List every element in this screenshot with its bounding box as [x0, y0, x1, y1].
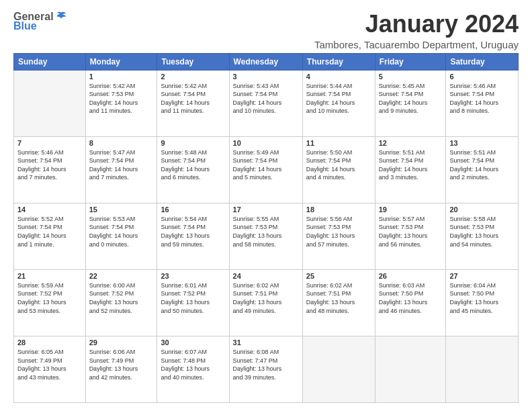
day-number: 1	[89, 73, 154, 81]
day-cell: 19Sunrise: 5:57 AM Sunset: 7:53 PM Dayli…	[375, 203, 446, 269]
day-number: 31	[233, 338, 299, 347]
day-info: Sunrise: 5:58 AM Sunset: 7:53 PM Dayligh…	[449, 215, 515, 248]
day-cell: 30Sunrise: 6:07 AM Sunset: 7:48 PM Dayli…	[157, 336, 229, 402]
day-cell: 31Sunrise: 6:08 AM Sunset: 7:47 PM Dayli…	[229, 336, 302, 402]
day-info: Sunrise: 5:51 AM Sunset: 7:54 PM Dayligh…	[379, 148, 443, 182]
header-cell-friday: Friday	[375, 53, 446, 70]
day-cell: 25Sunrise: 6:02 AM Sunset: 7:51 PM Dayli…	[302, 269, 375, 336]
day-cell: 11Sunrise: 5:50 AM Sunset: 7:54 PM Dayli…	[302, 136, 375, 203]
day-cell	[14, 70, 86, 136]
day-cell: 18Sunrise: 5:56 AM Sunset: 7:53 PM Dayli…	[302, 203, 375, 269]
day-info: Sunrise: 5:52 AM Sunset: 7:54 PM Dayligh…	[17, 215, 82, 248]
day-number: 22	[89, 272, 154, 280]
day-number: 28	[17, 338, 82, 347]
week-row-4: 28Sunrise: 6:05 AM Sunset: 7:49 PM Dayli…	[14, 336, 519, 402]
day-cell: 8Sunrise: 5:47 AM Sunset: 7:54 PM Daylig…	[85, 136, 157, 203]
day-info: Sunrise: 6:01 AM Sunset: 7:52 PM Dayligh…	[161, 281, 225, 315]
day-info: Sunrise: 5:57 AM Sunset: 7:53 PM Dayligh…	[379, 215, 443, 248]
header-cell-thursday: Thursday	[302, 53, 375, 70]
day-info: Sunrise: 5:46 AM Sunset: 7:54 PM Dayligh…	[449, 82, 515, 116]
day-cell: 27Sunrise: 6:04 AM Sunset: 7:50 PM Dayli…	[446, 269, 519, 336]
day-cell	[446, 336, 519, 402]
week-row-1: 7Sunrise: 5:46 AM Sunset: 7:54 PM Daylig…	[14, 136, 519, 203]
week-row-3: 21Sunrise: 5:59 AM Sunset: 7:52 PM Dayli…	[14, 269, 519, 336]
day-number: 26	[379, 272, 443, 280]
day-cell: 23Sunrise: 6:01 AM Sunset: 7:52 PM Dayli…	[157, 269, 229, 336]
day-info: Sunrise: 6:08 AM Sunset: 7:47 PM Dayligh…	[233, 348, 299, 381]
day-number: 24	[233, 272, 299, 280]
week-row-0: 1Sunrise: 5:42 AM Sunset: 7:53 PM Daylig…	[14, 70, 519, 136]
day-info: Sunrise: 6:03 AM Sunset: 7:50 PM Dayligh…	[379, 281, 443, 315]
day-info: Sunrise: 5:56 AM Sunset: 7:53 PM Dayligh…	[306, 215, 371, 248]
day-cell: 17Sunrise: 5:55 AM Sunset: 7:53 PM Dayli…	[229, 203, 302, 269]
logo-blue-text: Blue	[13, 20, 37, 32]
day-info: Sunrise: 5:42 AM Sunset: 7:54 PM Dayligh…	[161, 82, 225, 116]
day-cell: 22Sunrise: 6:00 AM Sunset: 7:52 PM Dayli…	[85, 269, 157, 336]
header-cell-monday: Monday	[85, 53, 157, 70]
day-number: 15	[89, 205, 154, 214]
day-info: Sunrise: 6:02 AM Sunset: 7:51 PM Dayligh…	[306, 281, 371, 315]
day-info: Sunrise: 5:54 AM Sunset: 7:54 PM Dayligh…	[161, 215, 225, 248]
day-number: 29	[89, 338, 154, 347]
day-number: 27	[449, 272, 515, 280]
day-number: 20	[449, 205, 515, 214]
day-number: 6	[449, 73, 515, 81]
day-number: 12	[379, 139, 443, 147]
day-info: Sunrise: 5:53 AM Sunset: 7:54 PM Dayligh…	[89, 215, 154, 248]
day-number: 21	[17, 272, 82, 280]
header: General Blue January 2024 Tambores, Tacu…	[13, 11, 519, 50]
day-info: Sunrise: 5:43 AM Sunset: 7:54 PM Dayligh…	[233, 82, 299, 116]
header-cell-sunday: Sunday	[14, 53, 86, 70]
day-cell: 24Sunrise: 6:02 AM Sunset: 7:51 PM Dayli…	[229, 269, 302, 336]
day-info: Sunrise: 5:49 AM Sunset: 7:54 PM Dayligh…	[233, 148, 299, 182]
day-cell: 6Sunrise: 5:46 AM Sunset: 7:54 PM Daylig…	[446, 70, 519, 136]
day-cell: 3Sunrise: 5:43 AM Sunset: 7:54 PM Daylig…	[229, 70, 302, 136]
day-number: 19	[379, 205, 443, 214]
day-number: 11	[306, 139, 371, 147]
day-info: Sunrise: 5:45 AM Sunset: 7:54 PM Dayligh…	[379, 82, 443, 116]
day-number: 13	[449, 139, 515, 147]
day-number: 16	[161, 205, 225, 214]
day-number: 8	[89, 139, 154, 147]
day-cell	[375, 336, 446, 402]
day-number: 17	[233, 205, 299, 214]
day-info: Sunrise: 5:48 AM Sunset: 7:54 PM Dayligh…	[161, 148, 225, 182]
day-info: Sunrise: 5:44 AM Sunset: 7:54 PM Dayligh…	[306, 82, 371, 116]
day-info: Sunrise: 5:59 AM Sunset: 7:52 PM Dayligh…	[17, 281, 82, 315]
day-cell: 26Sunrise: 6:03 AM Sunset: 7:50 PM Dayli…	[375, 269, 446, 336]
header-cell-saturday: Saturday	[446, 53, 519, 70]
logo: General Blue	[13, 11, 67, 32]
day-number: 18	[306, 205, 371, 214]
day-info: Sunrise: 5:42 AM Sunset: 7:53 PM Dayligh…	[89, 82, 154, 116]
day-number: 4	[306, 73, 371, 81]
day-cell: 21Sunrise: 5:59 AM Sunset: 7:52 PM Dayli…	[14, 269, 86, 336]
day-number: 10	[233, 139, 299, 147]
day-cell: 2Sunrise: 5:42 AM Sunset: 7:54 PM Daylig…	[157, 70, 229, 136]
day-cell: 10Sunrise: 5:49 AM Sunset: 7:54 PM Dayli…	[229, 136, 302, 203]
day-number: 9	[161, 139, 225, 147]
day-cell: 14Sunrise: 5:52 AM Sunset: 7:54 PM Dayli…	[14, 203, 86, 269]
day-info: Sunrise: 6:04 AM Sunset: 7:50 PM Dayligh…	[449, 281, 515, 315]
month-title: January 2024	[314, 11, 519, 38]
day-info: Sunrise: 5:46 AM Sunset: 7:54 PM Dayligh…	[17, 148, 82, 182]
day-info: Sunrise: 6:00 AM Sunset: 7:52 PM Dayligh…	[89, 281, 154, 315]
day-cell: 4Sunrise: 5:44 AM Sunset: 7:54 PM Daylig…	[302, 70, 375, 136]
day-cell: 13Sunrise: 5:51 AM Sunset: 7:54 PM Dayli…	[446, 136, 519, 203]
day-info: Sunrise: 5:50 AM Sunset: 7:54 PM Dayligh…	[306, 148, 371, 182]
day-cell: 16Sunrise: 5:54 AM Sunset: 7:54 PM Dayli…	[157, 203, 229, 269]
logo-bird-icon	[55, 11, 67, 23]
day-cell	[302, 336, 375, 402]
day-number: 30	[161, 338, 225, 347]
location-text: Tambores, Tacuarembo Department, Uruguay	[314, 39, 519, 50]
day-info: Sunrise: 6:05 AM Sunset: 7:49 PM Dayligh…	[17, 348, 82, 381]
day-cell: 7Sunrise: 5:46 AM Sunset: 7:54 PM Daylig…	[14, 136, 86, 203]
page: General Blue January 2024 Tambores, Tacu…	[0, 0, 532, 411]
header-cell-tuesday: Tuesday	[157, 53, 229, 70]
day-cell: 20Sunrise: 5:58 AM Sunset: 7:53 PM Dayli…	[446, 203, 519, 269]
day-cell: 1Sunrise: 5:42 AM Sunset: 7:53 PM Daylig…	[85, 70, 157, 136]
calendar-table: SundayMondayTuesdayWednesdayThursdayFrid…	[13, 53, 519, 403]
day-info: Sunrise: 5:51 AM Sunset: 7:54 PM Dayligh…	[449, 148, 515, 182]
day-info: Sunrise: 5:55 AM Sunset: 7:53 PM Dayligh…	[233, 215, 299, 248]
day-number: 23	[161, 272, 225, 280]
day-cell: 29Sunrise: 6:06 AM Sunset: 7:49 PM Dayli…	[85, 336, 157, 402]
